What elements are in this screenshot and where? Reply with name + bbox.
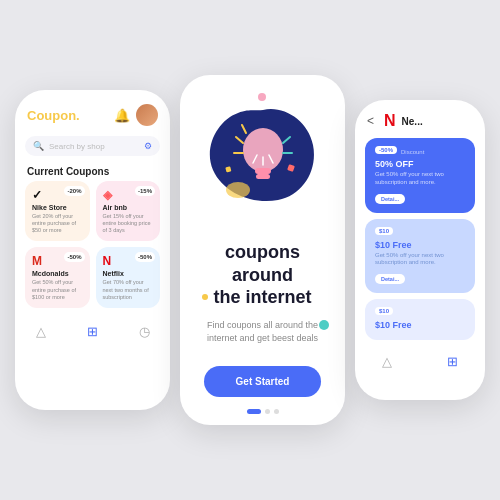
deco-dot-teal xyxy=(319,320,329,330)
dot-3 xyxy=(274,409,279,414)
right-coupon-1[interactable]: -50% Discount 50% OFF Get 50% off your n… xyxy=(365,138,475,213)
coupon-card-mcdonalds[interactable]: -50% M Mcdonalds Get 50% off your entire… xyxy=(25,247,90,307)
coupon-card-airbnb[interactable]: -15% ◈ Air bnb Get 15% off your entire b… xyxy=(96,181,161,241)
nike-badge: -20% xyxy=(64,186,84,196)
app-logo: Coupon. xyxy=(27,108,80,123)
svg-rect-1 xyxy=(255,168,271,174)
middle-phone: coupons around the internet Find coupons… xyxy=(180,75,345,425)
onboarding-title: coupons around the internet xyxy=(196,241,329,309)
rc3-badge: $10 xyxy=(375,307,393,315)
nav-home-icon[interactable]: △ xyxy=(36,324,46,339)
rc2-badge: $10 xyxy=(375,227,393,235)
right-phone: < N Ne... -50% Discount 50% OFF Get 50% … xyxy=(355,100,485,400)
rc2-title: $10 Free xyxy=(375,240,465,250)
airbnb-desc: Get 15% off your entire booking price of… xyxy=(103,213,154,234)
right-header: < N Ne... xyxy=(355,100,485,134)
title-line2: the internet xyxy=(213,287,311,307)
right-coupons-list: -50% Discount 50% OFF Get 50% off your n… xyxy=(355,134,485,344)
middle-content: coupons around the internet Find coupons… xyxy=(180,75,345,425)
get-started-button[interactable]: Get Started xyxy=(204,366,322,397)
section-title: Current Coupons xyxy=(15,160,170,181)
right-nav-grid[interactable]: ⊞ xyxy=(447,354,458,369)
dot-2 xyxy=(265,409,270,414)
nav-clock-icon[interactable]: ◷ xyxy=(139,324,150,339)
mcdonalds-name: Mcdonalds xyxy=(32,270,83,277)
onboarding-dots xyxy=(247,409,279,414)
title-line1: coupons around xyxy=(225,242,300,285)
nike-desc: Get 20% off your entire purchase of $50 … xyxy=(32,213,83,234)
blob-svg xyxy=(208,105,318,205)
mcdonalds-badge: -50% xyxy=(64,252,84,262)
avatar[interactable] xyxy=(136,104,158,126)
illustration-area xyxy=(198,95,328,225)
rc1-desc: Get 50% off your next two subscription a… xyxy=(375,171,465,187)
logo-text: Coupon xyxy=(27,108,76,123)
deco-dot-yellow xyxy=(202,294,208,300)
coupons-grid: -20% ✓ Nike Store Get 20% off your entir… xyxy=(15,181,170,308)
netflix-name: Netflix xyxy=(103,270,154,277)
search-icon: 🔍 xyxy=(33,141,44,151)
svg-rect-2 xyxy=(256,174,270,179)
rc1-title: 50% OFF xyxy=(375,159,465,169)
search-bar[interactable]: 🔍 Search by shop ⚙ xyxy=(25,136,160,156)
rc2-button[interactable]: Detai... xyxy=(375,274,405,284)
right-nav-home[interactable]: △ xyxy=(382,354,392,369)
nike-name: Nike Store xyxy=(32,204,83,211)
rc3-title: $10 Free xyxy=(375,320,465,330)
bell-icon[interactable]: 🔔 xyxy=(114,108,130,123)
rc1-badge-sub: Discount xyxy=(401,149,424,155)
right-coupon-3[interactable]: $10 $10 Free xyxy=(365,299,475,340)
right-bottom-nav: △ ⊞ xyxy=(355,348,485,377)
rc1-badge: -50% xyxy=(375,146,397,154)
left-phone: Coupon. 🔔 🔍 Search by shop ⚙ Current Cou… xyxy=(15,90,170,410)
netflix-brand-name: Ne... xyxy=(402,116,423,127)
rc1-button[interactable]: Detai... xyxy=(375,194,405,204)
svg-point-13 xyxy=(226,182,250,198)
netflix-desc: Get 70% off your next two months of subs… xyxy=(103,279,154,300)
netflix-badge: -50% xyxy=(135,252,155,262)
netflix-letter: N xyxy=(384,112,396,130)
coupon-card-nike[interactable]: -20% ✓ Nike Store Get 20% off your entir… xyxy=(25,181,90,241)
logo-dot: . xyxy=(76,108,80,123)
onboarding-description: Find coupons all around the internet and… xyxy=(196,319,329,346)
airbnb-name: Air bnb xyxy=(103,204,154,211)
coupon-card-netflix[interactable]: -50% N Netflix Get 70% off your next two… xyxy=(96,247,161,307)
rc2-desc: Get 50% off your next two subscription a… xyxy=(375,252,465,268)
filter-icon[interactable]: ⚙ xyxy=(144,141,152,151)
nav-grid-icon[interactable]: ⊞ xyxy=(87,324,98,339)
right-coupon-2[interactable]: $10 $10 Free Get 50% off your next two s… xyxy=(365,219,475,294)
screens-container: Coupon. 🔔 🔍 Search by shop ⚙ Current Cou… xyxy=(15,75,485,425)
left-header: Coupon. 🔔 xyxy=(15,90,170,132)
search-placeholder: Search by shop xyxy=(49,142,139,151)
header-icons: 🔔 xyxy=(114,104,158,126)
mcdonalds-desc: Get 50% off your entire purchase of $100… xyxy=(32,279,83,300)
airbnb-badge: -15% xyxy=(135,186,155,196)
left-bottom-nav: △ ⊞ ◷ xyxy=(15,316,170,349)
dot-1 xyxy=(247,409,261,414)
back-button[interactable]: < xyxy=(367,114,374,128)
